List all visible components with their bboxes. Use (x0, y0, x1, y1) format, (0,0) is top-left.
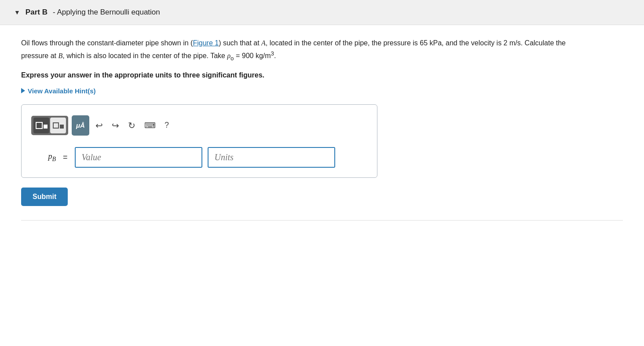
bottom-divider (21, 220, 623, 221)
units-input[interactable] (208, 147, 335, 168)
hint-link[interactable]: View Available Hint(s) (21, 87, 623, 95)
mu-angstrom-btn[interactable]: μÅ (72, 115, 89, 136)
point-a: A (261, 39, 266, 47)
part-label: Part B (26, 8, 48, 17)
rho-symbol: ρ (227, 52, 231, 60)
small-square (44, 125, 48, 129)
point-b: B (58, 52, 62, 60)
rho-sub: o (231, 55, 234, 62)
answer-box: μÅ ↩ ↪ ↻ ⌨ ? pB = (21, 104, 377, 178)
hint-link-label: View Available Hint(s) (28, 87, 96, 95)
math-toolbar: μÅ ↩ ↪ ↻ ⌨ ? (29, 113, 369, 138)
template-sq-big (53, 122, 59, 129)
triangle-icon (21, 88, 25, 93)
problem-text: Oil flows through the constant-diameter … (21, 37, 593, 63)
big-square (36, 122, 43, 129)
redo-btn[interactable]: ↪ (109, 118, 122, 133)
reset-btn[interactable]: ↻ (125, 118, 138, 133)
submit-button[interactable]: Submit (21, 188, 68, 206)
equals-sign: = (63, 153, 68, 162)
symbol-btn-group (31, 116, 68, 135)
page: ▼ Part B - Applying the Bernoulli equati… (0, 0, 644, 346)
part-title-text: - Applying the Bernoulli equation (53, 8, 160, 17)
variable-label: pB (29, 152, 56, 163)
template-icon (53, 122, 64, 129)
main-content: Oil flows through the constant-diameter … (0, 25, 644, 235)
figure-link[interactable]: Figure 1 (193, 39, 219, 47)
template-sq-small (60, 125, 64, 129)
b-subscript: B (52, 156, 56, 162)
chevron-down-icon[interactable]: ▼ (14, 9, 20, 16)
help-btn[interactable]: ? (162, 119, 172, 132)
keyboard-btn[interactable]: ⌨ (142, 119, 158, 132)
input-row: pB = (29, 147, 369, 168)
undo-btn[interactable]: ↩ (93, 118, 106, 133)
instruction-text: Express your answer in the appropriate u… (21, 71, 623, 79)
exponent-3: 3 (271, 50, 274, 57)
value-input[interactable] (75, 147, 202, 168)
template-icon-btn[interactable] (50, 118, 66, 133)
squares-icon-btn[interactable] (33, 118, 49, 133)
part-header: ▼ Part B - Applying the Bernoulli equati… (0, 0, 644, 25)
squares-icon (36, 122, 48, 129)
